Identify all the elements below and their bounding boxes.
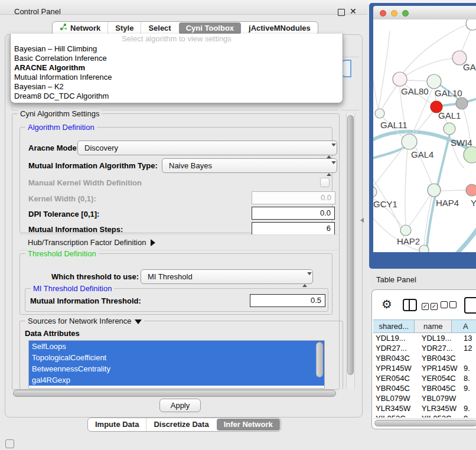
network-edge[interactable] [409,195,430,226]
select-all-icon[interactable]: ✓✓ [422,301,438,310]
tab-discretize-data[interactable]: Discretize Data [146,418,216,431]
table-cell[interactable]: YPR145W [420,363,461,373]
algorithm-option[interactable]: Bayesian – Hill Climbing [11,44,343,54]
network-node[interactable] [466,184,476,196]
tab-impute-data[interactable]: Impute Data [88,418,146,431]
table-cell[interactable]: YBR045C [420,383,461,393]
kernel-width-field[interactable]: 0.0 [252,191,335,204]
network-node[interactable] [427,74,441,89]
settings-hscrollbar-thumb[interactable] [13,390,336,397]
table-cell[interactable]: YDL19... [373,333,420,343]
apply-button[interactable]: Apply [159,399,201,412]
network-node[interactable] [375,109,384,118]
tab-jactivemnodules[interactable]: jActiveMNodules [242,22,318,35]
table-cell[interactable]: 9. [461,403,476,413]
settings-hscrollbar[interactable] [12,389,338,397]
network-node[interactable] [466,19,476,30]
table-cell[interactable]: 9 [461,413,476,418]
table-cell[interactable]: 9. [461,363,476,373]
network-edge[interactable] [373,146,407,159]
hub-factor-expander[interactable]: Hub/Transcription Factor Definition [19,234,340,250]
deselect-all-icon[interactable] [441,301,457,310]
network-node[interactable] [428,184,441,197]
aracne-mode-combo[interactable]: Discovery [77,141,337,155]
table-cell[interactable]: YBL079W [420,393,461,403]
network-node[interactable] [393,72,407,86]
table-cell[interactable]: YIL053C [373,413,420,418]
gear-icon[interactable]: ⚙ [382,298,392,310]
table-row[interactable]: YBR043CYBR043C [373,353,476,363]
table-cell[interactable]: YDL19... [420,333,461,343]
collapsed-panel-icon[interactable] [5,439,14,448]
mi-type-combo[interactable]: Naive Bayes [162,158,337,173]
network-edge[interactable] [373,61,378,109]
network-node[interactable] [373,187,377,197]
splitter-collapse-arrow[interactable] [360,218,364,223]
column-header-name[interactable]: name [415,319,452,333]
table-cell[interactable]: YPR145W [373,363,420,373]
tab-cyni-toolbox[interactable]: Cyni Toolbox [179,22,241,34]
algorithm-option[interactable]: Dream8 DC_TDC Algorithm [11,92,343,101]
network-node[interactable] [444,123,455,135]
network-edge[interactable] [403,23,471,73]
network-node[interactable] [419,245,429,252]
network-edge[interactable] [455,225,476,252]
columns-icon[interactable] [403,299,417,311]
network-canvas[interactable]: GALGAL80GAL10GAL1GAL11SWI4GAL4GCY1HAP4YH… [373,19,476,252]
network-edge[interactable] [379,31,390,109]
table-row[interactable]: YIL053CYIL053C9 [373,413,476,418]
network-edge[interactable] [382,86,397,109]
settings-vscrollbar[interactable] [346,113,355,389]
minimize-light[interactable] [391,10,397,17]
table-cell[interactable]: 8. [461,373,476,383]
zoom-light[interactable] [402,10,409,17]
table-cell[interactable]: 12 [461,343,476,353]
table-cell[interactable]: 9. [461,383,476,393]
table-cell[interactable] [461,353,476,363]
tab-network[interactable]: Network [53,22,107,35]
table-cell[interactable]: YBL079W [373,393,420,403]
network-edge[interactable] [442,104,457,106]
network-edge[interactable] [441,190,466,191]
close-icon[interactable]: ✕ [350,6,357,16]
table-cell[interactable]: YIL053C [420,413,461,418]
algorithm-option[interactable]: Bayesian – K2 [11,82,343,92]
network-edge[interactable] [405,149,407,225]
table-cell[interactable]: 13 [461,333,476,343]
table-cell[interactable]: YER054C [373,373,420,383]
attribute-item-selected[interactable]: gal4RGexp [29,374,324,386]
which-threshold-combo[interactable]: MI Threshold [141,269,313,284]
network-node[interactable] [402,134,417,149]
table-cell[interactable]: YBR043C [420,353,461,363]
table-hscrollbar-thumb[interactable] [374,420,476,426]
table-cell[interactable]: YDR27... [420,343,461,353]
tab-style[interactable]: Style [107,22,141,35]
algorithm-option[interactable]: Mutual Information Inference [11,73,343,82]
table-cell[interactable]: YER054C [420,373,461,383]
algorithm-option-selected[interactable]: ARACNE Algorithm [11,63,343,73]
close-light[interactable] [380,10,386,17]
settings-vscrollbar-thumb[interactable] [347,115,354,375]
table-cell[interactable]: YDR27... [373,343,420,353]
table-hscrollbar[interactable] [373,418,476,427]
table-row[interactable]: YPR145WYPR145W9. [373,363,476,373]
attribute-item-selected[interactable]: TopologicalCoefficient [29,352,324,363]
mi-steps-field[interactable]: 6 [252,222,335,235]
page-icon[interactable] [464,297,476,314]
column-header-shared[interactable]: shared... [373,319,415,333]
manual-kernel-checkbox[interactable] [320,178,330,187]
network-edge[interactable] [462,29,471,51]
table-row[interactable]: YER054CYER054C8. [373,373,476,383]
table-cell[interactable]: YLR345W [420,403,461,413]
table-cell[interactable] [461,393,476,403]
network-node[interactable] [400,225,411,236]
network-node[interactable] [456,97,468,109]
table-cell[interactable]: YBR043C [373,353,420,363]
network-node[interactable] [464,146,476,163]
tab-select[interactable]: Select [141,22,178,35]
tab-infer-network[interactable]: Infer Network [217,419,280,431]
attribute-item-selected[interactable]: SelfLoops [29,341,324,352]
table-row[interactable]: YLR345WYLR345W9. [373,403,476,413]
dpi-tolerance-field[interactable]: 0.0 [252,207,335,220]
network-edge[interactable] [407,80,427,81]
